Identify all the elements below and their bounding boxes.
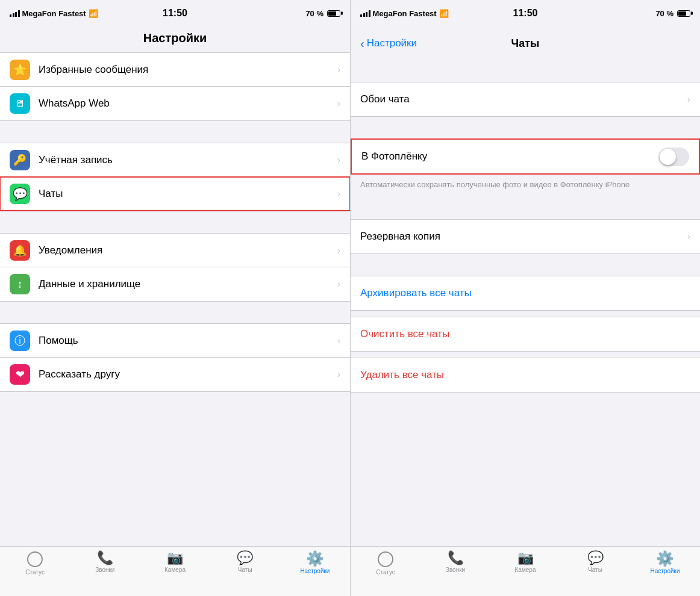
right-tab-status-label: Статус [376, 569, 395, 576]
right-tab-settings-label: Настройки [650, 568, 680, 574]
archive-all-chats-button[interactable]: Архивировать все чаты [351, 276, 700, 310]
left-battery-pct: 70 % [305, 9, 323, 18]
left-divider-3 [0, 302, 350, 323]
right-calls-tab-icon: 📞 [448, 551, 464, 565]
left-divider-2 [0, 211, 350, 233]
right-nav-bar: ‹ Настройки Чаты [351, 26, 700, 60]
tab-status-label: Статус [25, 569, 45, 576]
sidebar-item-data[interactable]: ↕ Данные и хранилище › [0, 267, 350, 301]
help-label: Помощь [39, 335, 334, 347]
tell-friend-chevron: › [337, 369, 340, 380]
signal-bars [10, 10, 20, 17]
backup-section: Резервная копия › [351, 219, 700, 254]
save-to-camera-description: Автоматически сохранять полученные фото … [351, 175, 700, 197]
favorites-label: Избранные сообщения [39, 64, 334, 76]
left-divider-1 [0, 121, 350, 143]
right-tab-bar: Статус 📞 Звонки 📷 Камера 💬 Чаты ⚙️ Настр… [351, 546, 700, 596]
camera-tab-icon: 📷 [167, 551, 183, 565]
right-gap-3 [351, 197, 700, 219]
clear-all-chats-label: Очистить все чаты [360, 328, 449, 340]
notifications-chevron: › [337, 245, 340, 256]
sidebar-item-help[interactable]: ⓘ Помощь › [0, 324, 350, 358]
tab-settings-active[interactable]: ⚙️ Настройки [280, 551, 350, 574]
data-label: Данные и хранилище [39, 278, 334, 290]
calls-tab-icon: 📞 [97, 551, 113, 565]
left-page-title-bar: Настройки [0, 26, 350, 52]
wallpaper-chevron: › [687, 94, 690, 105]
sidebar-item-chats[interactable]: 💬 Чаты › [0, 177, 350, 211]
delete-all-chats-button[interactable]: Удалить все чаты [351, 358, 700, 392]
left-page-title: Настройки [0, 31, 350, 45]
data-icon: ↕ [10, 274, 30, 294]
right-gap-6 [351, 352, 700, 358]
back-button[interactable]: ‹ Настройки [360, 37, 417, 51]
notifications-icon: 🔔 [10, 240, 30, 261]
save-to-camera-section: В Фотоплёнку [351, 138, 700, 175]
right-gap-1 [351, 60, 700, 82]
backup-label: Резервная копия [360, 231, 687, 243]
actions-section: Архивировать все чаты [351, 276, 700, 311]
left-wifi-icon: 📶 [89, 9, 98, 18]
right-chats-tab-icon: 💬 [587, 551, 604, 565]
notifications-label: Уведомления [39, 244, 334, 256]
tab-settings-label: Настройки [300, 568, 330, 574]
account-chevron: › [337, 155, 340, 166]
left-section-2: 🔑 Учётная запись › 💬 Чаты › [0, 143, 350, 211]
chats-chevron: › [337, 188, 340, 199]
save-to-camera-toggle[interactable] [658, 147, 689, 166]
right-battery-icon [677, 10, 690, 17]
archive-all-chats-label: Архивировать все чаты [360, 287, 472, 299]
tab-camera[interactable]: 📷 Камера [140, 551, 210, 573]
right-gap-5 [351, 311, 700, 317]
left-carrier-text: MegaFon Fastest [22, 9, 86, 18]
right-camera-tab-icon: 📷 [517, 551, 534, 565]
delete-chats-section: Удалить все чаты [351, 358, 700, 393]
clear-all-chats-button[interactable]: Очистить все чаты [351, 317, 700, 351]
left-section-3: 🔔 Уведомления › ↕ Данные и хранилище › [0, 233, 350, 302]
right-tab-status[interactable]: Статус [351, 551, 420, 576]
tab-calls[interactable]: 📞 Звонки [70, 551, 140, 573]
chats-tab-icon: 💬 [237, 551, 253, 565]
chats-icon: 💬 [10, 184, 30, 204]
right-status-right: 70 % [655, 9, 690, 18]
right-tab-camera[interactable]: 📷 Камера [490, 551, 560, 573]
tab-chats[interactable]: 💬 Чаты [210, 551, 280, 573]
right-gap-7 [351, 393, 700, 414]
help-icon: ⓘ [10, 331, 30, 351]
left-phone-panel: MegaFon Fastest 📶 11:50 70 % Настройки ⭐… [0, 0, 350, 596]
sidebar-item-tell-friend[interactable]: ❤ Рассказать другу › [0, 358, 350, 391]
right-tab-calls[interactable]: 📞 Звонки [420, 551, 490, 573]
sidebar-item-favorites[interactable]: ⭐ Избранные сообщения › [0, 53, 350, 87]
status-tab-icon [27, 551, 43, 567]
settings-tab-icon: ⚙️ [306, 551, 324, 566]
right-tab-calls-label: Звонки [446, 567, 465, 573]
right-tab-settings-active[interactable]: ⚙️ Настройки [630, 551, 700, 574]
chats-label: Чаты [39, 188, 334, 200]
wallpaper-item[interactable]: Обои чата › [351, 82, 700, 116]
right-gap-2 [351, 117, 700, 138]
wallpaper-label: Обои чата [360, 93, 687, 105]
right-wifi-icon: 📶 [439, 9, 449, 18]
left-status-bar: MegaFon Fastest 📶 11:50 70 % [0, 0, 350, 26]
help-chevron: › [337, 335, 340, 346]
left-tab-bar: Статус 📞 Звонки 📷 Камера 💬 Чаты ⚙️ Настр… [0, 546, 350, 596]
sidebar-item-notifications[interactable]: 🔔 Уведомления › [0, 234, 350, 267]
whatsapp-web-icon: 🖥 [10, 93, 30, 114]
tab-status[interactable]: Статус [0, 551, 70, 576]
right-signal-bars [360, 10, 370, 17]
left-time: 11:50 [163, 8, 187, 19]
right-carrier-text: MegaFon Fastest [373, 9, 437, 18]
save-to-camera-label: В Фотоплёнку [361, 151, 658, 163]
sidebar-item-whatsapp-web[interactable]: 🖥 WhatsApp Web › [0, 87, 350, 120]
delete-all-chats-label: Удалить все чаты [360, 369, 444, 381]
right-battery-pct: 70 % [655, 9, 673, 18]
right-tab-chats[interactable]: 💬 Чаты [560, 551, 630, 573]
right-settings-tab-icon: ⚙️ [656, 551, 674, 566]
whatsapp-web-chevron: › [337, 98, 340, 109]
left-status-right: 70 % [305, 9, 340, 18]
whatsapp-web-label: WhatsApp Web [39, 98, 334, 110]
clear-chats-section: Очистить все чаты [351, 317, 700, 352]
backup-item[interactable]: Резервная копия › [351, 220, 700, 253]
favorites-icon: ⭐ [10, 60, 30, 80]
sidebar-item-account[interactable]: 🔑 Учётная запись › [0, 143, 350, 177]
